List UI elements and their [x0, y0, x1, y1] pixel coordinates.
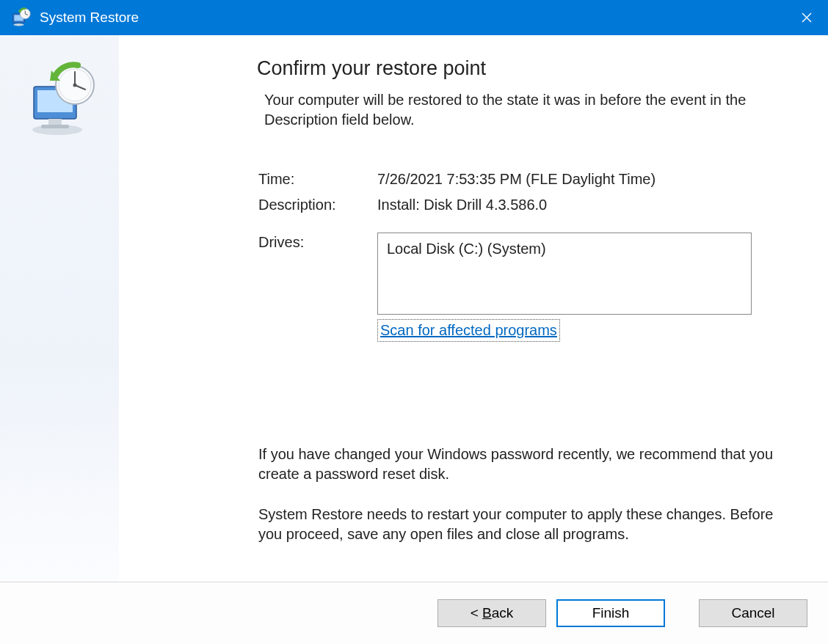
- footer: < Back Finish Cancel: [0, 582, 828, 644]
- main-panel: Confirm your restore point Your computer…: [119, 35, 828, 582]
- app-icon: [10, 7, 32, 29]
- titlebar: System Restore: [0, 0, 828, 35]
- svg-rect-12: [48, 119, 62, 125]
- description-value: Install: Disk Drill 4.3.586.0: [377, 195, 784, 215]
- window-title: System Restore: [40, 10, 785, 26]
- time-label: Time:: [258, 169, 377, 189]
- cancel-button[interactable]: Cancel: [699, 599, 807, 627]
- intro-text: Your computer will be restored to the st…: [257, 90, 784, 130]
- time-row: Time: 7/26/2021 7:53:35 PM (FLE Daylight…: [257, 169, 784, 189]
- svg-point-18: [73, 84, 77, 87]
- description-label: Description:: [258, 195, 377, 215]
- drives-listbox[interactable]: Local Disk (C:) (System): [377, 233, 752, 315]
- sidebar: [0, 35, 119, 582]
- drives-label: Drives:: [258, 233, 377, 252]
- finish-button[interactable]: Finish: [556, 599, 665, 627]
- drives-row: Drives: Local Disk (C:) (System) Scan fo…: [257, 233, 784, 342]
- content-area: Confirm your restore point Your computer…: [0, 35, 828, 582]
- close-button[interactable]: [785, 0, 828, 35]
- scan-affected-programs-link[interactable]: Scan for affected programs: [377, 319, 560, 342]
- system-restore-icon: [19, 60, 100, 144]
- time-value: 7/26/2021 7:53:35 PM (FLE Daylight Time): [377, 169, 784, 189]
- svg-point-2: [14, 23, 24, 26]
- page-heading: Confirm your restore point: [257, 57, 784, 80]
- restart-note: System Restore needs to restart your com…: [257, 505, 784, 544]
- back-button[interactable]: < Back: [437, 599, 546, 627]
- password-note: If you have changed your Windows passwor…: [257, 444, 784, 484]
- svg-rect-13: [41, 125, 69, 128]
- drives-item: Local Disk (C:) (System): [387, 241, 546, 257]
- description-row: Description: Install: Disk Drill 4.3.586…: [257, 195, 784, 215]
